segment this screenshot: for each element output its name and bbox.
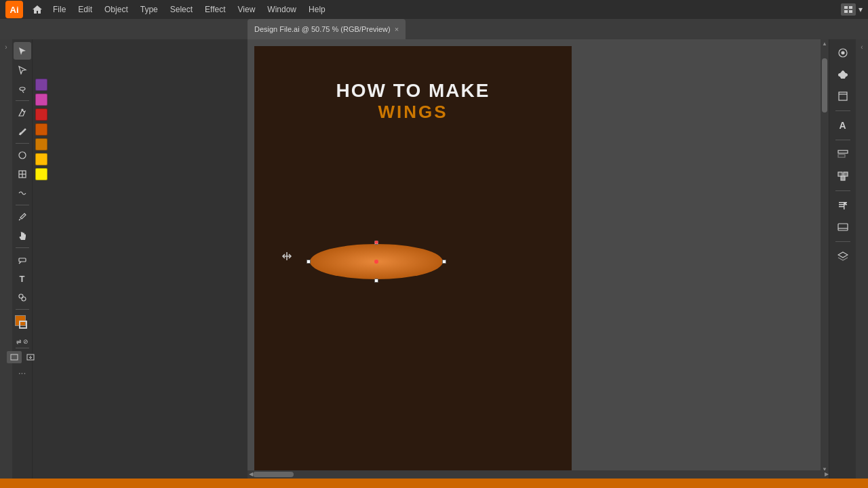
artboard-view-button[interactable] xyxy=(7,351,22,363)
scroll-thumb[interactable] xyxy=(822,58,827,113)
tool-sep-5 xyxy=(16,309,29,310)
menu-edit[interactable]: Edit xyxy=(73,3,98,16)
center-anchor xyxy=(374,260,378,264)
pencil-tool[interactable] xyxy=(14,123,31,140)
menu-select[interactable]: Select xyxy=(165,3,198,16)
menu-bar: Ai File Edit Object Type Select Effect V… xyxy=(0,0,868,19)
export-button[interactable] xyxy=(23,351,38,363)
svg-rect-24 xyxy=(838,155,845,157)
top-anchor xyxy=(375,241,378,244)
svg-line-10 xyxy=(19,219,20,220)
document-tab[interactable]: Design File.ai @ 50.75 % (RGB/Preview) × xyxy=(248,19,406,39)
lasso-tool[interactable] xyxy=(14,80,31,98)
left-collapse-bar[interactable]: › xyxy=(0,39,12,479)
view-mode-buttons xyxy=(7,351,38,363)
artboards-btn[interactable] xyxy=(833,87,852,106)
menu-type[interactable]: Type xyxy=(135,3,163,16)
menu-view[interactable]: View xyxy=(233,3,261,16)
svg-rect-31 xyxy=(838,224,848,230)
right-collapse-bar[interactable]: ‹ xyxy=(856,39,868,479)
svg-point-6 xyxy=(19,152,26,159)
swatch-orange-dark[interactable] xyxy=(35,123,47,136)
main-area: › xyxy=(0,39,868,479)
workspace-grid-icon[interactable] xyxy=(841,3,856,16)
swatch-magenta[interactable] xyxy=(35,94,47,106)
ai-logo[interactable]: Ai xyxy=(5,1,23,18)
swatch-yellow-orange[interactable] xyxy=(35,153,47,165)
shape-builder-tool[interactable] xyxy=(14,289,31,306)
swatch-red[interactable] xyxy=(35,108,47,121)
handle-right[interactable] xyxy=(442,260,446,264)
cursor-transform-icon xyxy=(280,249,294,265)
menu-help[interactable]: Help xyxy=(303,3,331,16)
status-bar xyxy=(0,479,868,488)
rectangle-grid-tool[interactable] xyxy=(14,165,31,183)
svg-rect-23 xyxy=(838,150,848,153)
handle-left[interactable] xyxy=(307,260,311,264)
tool-sep-6 xyxy=(16,348,29,348)
right-sep-3 xyxy=(835,190,850,191)
svg-rect-21 xyxy=(839,92,847,100)
stroke-color-box[interactable] xyxy=(19,321,27,329)
artboard[interactable]: HOW TO MAKE WINGS xyxy=(254,46,572,470)
home-button[interactable] xyxy=(28,1,46,18)
tool-sep-2 xyxy=(16,143,29,144)
canvas-wrapper[interactable]: HOW TO MAKE WINGS xyxy=(248,39,821,470)
tab-close-button[interactable]: × xyxy=(395,25,399,33)
svg-rect-1 xyxy=(849,6,852,9)
character-btn[interactable] xyxy=(833,218,852,237)
fill-stroke-area xyxy=(14,315,31,336)
canvas-scrollbar-right[interactable]: ▲ ▼ xyxy=(821,39,829,470)
swatch-purple[interactable] xyxy=(35,79,47,91)
svg-point-5 xyxy=(22,109,23,110)
menu-object[interactable]: Object xyxy=(99,3,134,16)
tools-panel: T ⇌ ⊘ xyxy=(12,39,33,479)
svg-rect-2 xyxy=(844,10,848,13)
eyedropper-tool[interactable] xyxy=(14,208,31,226)
right-sep-1 xyxy=(835,110,850,111)
hand-tool[interactable] xyxy=(14,227,31,245)
workspace-dropdown[interactable]: ▾ xyxy=(859,5,863,14)
svg-rect-30 xyxy=(839,206,844,207)
menu-effect[interactable]: Effect xyxy=(199,3,231,16)
title-line2: WINGS xyxy=(254,102,572,123)
symbols-btn[interactable] xyxy=(833,65,852,84)
canvas-with-scrollbar: HOW TO MAKE WINGS xyxy=(248,39,829,470)
properties-panel-btn[interactable] xyxy=(833,43,852,62)
svg-line-4 xyxy=(22,91,24,93)
svg-rect-11 xyxy=(19,258,26,262)
paragraph-btn[interactable] xyxy=(833,196,852,215)
svg-point-20 xyxy=(842,52,844,54)
tool-sep-3 xyxy=(16,205,29,205)
canvas-area: HOW TO MAKE WINGS xyxy=(248,39,829,479)
appearance-btn[interactable] xyxy=(833,145,852,164)
more-tools-button[interactable]: ··· xyxy=(18,367,26,378)
selection-tool[interactable] xyxy=(14,42,31,60)
svg-rect-26 xyxy=(844,172,848,176)
swap-colors-icon[interactable]: ⇌ xyxy=(16,338,22,345)
reset-colors-icon[interactable]: ⊘ xyxy=(23,338,28,345)
tool-sep-4 xyxy=(16,247,29,248)
menu-file[interactable]: File xyxy=(47,3,71,16)
menu-window[interactable]: Window xyxy=(262,3,302,16)
graphic-styles-btn[interactable] xyxy=(833,167,852,186)
swatch-orange[interactable] xyxy=(35,138,47,150)
pen-tool[interactable] xyxy=(14,104,31,121)
swatch-yellow[interactable] xyxy=(35,168,47,180)
scroll-track-h xyxy=(253,472,825,477)
scroll-up-arrow[interactable]: ▲ xyxy=(822,41,827,45)
right-toolbar: A xyxy=(829,39,856,479)
svg-rect-15 xyxy=(11,354,18,360)
ellipse-object[interactable] xyxy=(309,243,444,281)
warp-tool[interactable] xyxy=(14,184,31,202)
direct-select-tool[interactable] xyxy=(14,61,31,79)
ellipse-tool[interactable] xyxy=(14,146,31,164)
eraser-tool[interactable] xyxy=(14,251,31,268)
layers-btn[interactable] xyxy=(833,247,852,266)
scroll-thumb-h[interactable] xyxy=(253,472,294,477)
type-tool[interactable]: T xyxy=(14,270,31,287)
canvas-scrollbar-bottom[interactable]: ◀ ▶ xyxy=(248,470,829,479)
handle-bottom[interactable] xyxy=(374,279,378,283)
text-properties-btn[interactable]: A xyxy=(833,116,852,135)
title-area: HOW TO MAKE WINGS xyxy=(254,80,572,123)
